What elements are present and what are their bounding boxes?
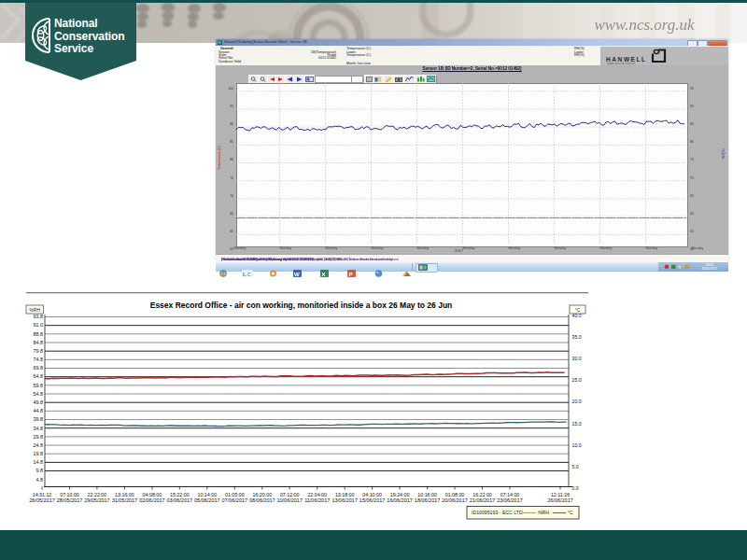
svg-text:Monday: Monday bbox=[417, 246, 430, 250]
svg-text:19.8: 19.8 bbox=[34, 451, 44, 456]
svg-text:26/06/2017: 26/06/2017 bbox=[547, 497, 573, 503]
svg-text:02/06/2017: 02/06/2017 bbox=[139, 497, 165, 503]
svg-text:44.8: 44.8 bbox=[34, 408, 44, 413]
svg-text:13/06/2017: 13/06/2017 bbox=[331, 497, 358, 503]
svg-text:Monday: Monday bbox=[509, 246, 521, 250]
svg-text:40.0: 40.0 bbox=[572, 313, 582, 318]
svg-text:0.0: 0.0 bbox=[572, 485, 579, 491]
svg-text:16/06/2017: 16/06/2017 bbox=[387, 497, 413, 503]
svg-text:Monday: Monday bbox=[555, 246, 567, 250]
svg-text:C: C bbox=[247, 272, 251, 277]
svg-text:29.8: 29.8 bbox=[34, 434, 44, 440]
svg-text:11/06/2017: 11/06/2017 bbox=[304, 497, 330, 503]
svg-text:W: W bbox=[294, 271, 300, 276]
svg-text:23/06/2017: 23/06/2017 bbox=[497, 497, 523, 503]
svg-text:20.0: 20.0 bbox=[572, 399, 582, 404]
svg-text:4.8: 4.8 bbox=[36, 477, 44, 483]
svg-text:%RH: %RH bbox=[538, 510, 549, 515]
svg-text:90: 90 bbox=[690, 105, 694, 108]
svg-text:25.0: 25.0 bbox=[572, 377, 582, 383]
svg-text:Monday: Monday bbox=[372, 246, 384, 250]
svg-text:60: 60 bbox=[690, 212, 694, 216]
svg-text:35.0: 35.0 bbox=[572, 334, 582, 340]
svg-text:5.0: 5.0 bbox=[572, 464, 579, 469]
svg-text:80: 80 bbox=[230, 158, 233, 161]
svg-text:Monday: Monday bbox=[280, 246, 292, 250]
svg-text:L: L bbox=[243, 271, 247, 276]
svg-text:2017: 2017 bbox=[455, 248, 464, 253]
svg-text:64.8: 64.8 bbox=[34, 373, 44, 379]
svg-text:75: 75 bbox=[230, 176, 233, 180]
svg-text:Essex Record Office - air con: Essex Record Office - air con working, m… bbox=[150, 301, 453, 310]
svg-text:24.8: 24.8 bbox=[34, 442, 44, 448]
svg-text:49.8: 49.8 bbox=[34, 399, 44, 405]
svg-text:P: P bbox=[348, 271, 352, 276]
svg-text:100: 100 bbox=[228, 87, 233, 91]
svg-text:10/06/2017: 10/06/2017 bbox=[276, 497, 303, 503]
svg-text:70: 70 bbox=[230, 194, 233, 198]
svg-text:9.8: 9.8 bbox=[36, 468, 44, 473]
svg-text:Temperature (C): Temperature (C) bbox=[218, 146, 221, 170]
svg-text:84.8: 84.8 bbox=[34, 340, 44, 345]
svg-text:Monday: Monday bbox=[234, 246, 247, 250]
svg-text:07/06/2017: 07/06/2017 bbox=[222, 497, 248, 503]
svg-text:°C: °C bbox=[575, 307, 581, 313]
svg-text:26/05/2017: 26/05/2017 bbox=[29, 497, 55, 503]
svg-text:X: X bbox=[321, 271, 325, 276]
svg-text:21/06/2017: 21/06/2017 bbox=[470, 497, 496, 503]
svg-text:85: 85 bbox=[690, 122, 694, 126]
svg-text:55: 55 bbox=[690, 230, 694, 233]
svg-text:54.8: 54.8 bbox=[34, 391, 44, 397]
svg-text:60: 60 bbox=[230, 230, 233, 233]
svg-text:70: 70 bbox=[690, 176, 694, 180]
svg-text:20/06/2017: 20/06/2017 bbox=[442, 497, 468, 503]
svg-text:%RH: %RH bbox=[29, 307, 40, 313]
svg-text:65: 65 bbox=[230, 212, 233, 216]
svg-text:10.0: 10.0 bbox=[572, 442, 582, 448]
svg-text:Monday: Monday bbox=[463, 246, 475, 250]
svg-text:69.8: 69.8 bbox=[34, 365, 44, 371]
svg-text:85: 85 bbox=[230, 140, 233, 144]
svg-text:03/06/2017: 03/06/2017 bbox=[167, 497, 193, 503]
svg-text:93.8: 93.8 bbox=[34, 314, 44, 319]
svg-text:74.8: 74.8 bbox=[34, 357, 44, 362]
svg-text:Monday: Monday bbox=[326, 246, 338, 250]
svg-text:59.8: 59.8 bbox=[34, 383, 44, 388]
svg-text:31/05/2017: 31/05/2017 bbox=[112, 497, 138, 503]
svg-text:30.0: 30.0 bbox=[572, 356, 582, 361]
svg-text:°C: °C bbox=[568, 510, 573, 515]
svg-text:95: 95 bbox=[230, 105, 233, 108]
svg-text:ID10095193 - ECC LTD: ID10095193 - ECC LTD bbox=[472, 510, 523, 515]
svg-text:80: 80 bbox=[690, 140, 694, 144]
svg-text:18/06/2017: 18/06/2017 bbox=[415, 497, 441, 503]
svg-text:75: 75 bbox=[690, 158, 694, 161]
svg-text:95: 95 bbox=[690, 87, 694, 91]
svg-text:15/06/2017: 15/06/2017 bbox=[359, 497, 386, 503]
svg-text:39.8: 39.8 bbox=[34, 416, 44, 422]
svg-text:Monday: Monday bbox=[600, 246, 613, 250]
svg-text:28/05/2017: 28/05/2017 bbox=[57, 497, 83, 503]
svg-text:88.8: 88.8 bbox=[34, 331, 44, 337]
svg-text:90: 90 bbox=[230, 122, 233, 126]
svg-text:34.8: 34.8 bbox=[34, 426, 44, 431]
svg-text:RH(%): RH(%) bbox=[722, 148, 726, 159]
svg-text:Monday: Monday bbox=[692, 246, 704, 250]
svg-text:15.0: 15.0 bbox=[572, 421, 582, 427]
svg-text:Monday: Monday bbox=[646, 246, 658, 250]
svg-text:29/05/2017: 29/05/2017 bbox=[84, 497, 110, 503]
svg-text:65: 65 bbox=[690, 194, 694, 198]
svg-text:14.8: 14.8 bbox=[34, 459, 44, 465]
svg-text:08/06/2017: 08/06/2017 bbox=[249, 497, 275, 503]
svg-text:79.8: 79.8 bbox=[34, 348, 44, 354]
svg-text:05/06/2017: 05/06/2017 bbox=[194, 497, 220, 503]
svg-text:91.0: 91.0 bbox=[34, 322, 44, 328]
